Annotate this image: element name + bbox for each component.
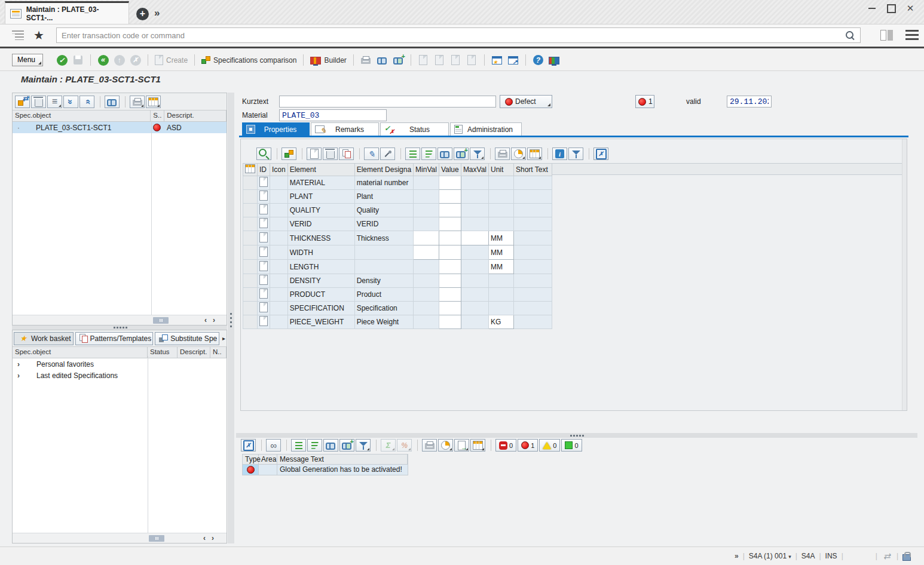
grid-button[interactable] [146,96,161,108]
minimize-button[interactable] [867,3,877,14]
message-column-type[interactable]: Type [243,455,259,464]
cell-value[interactable] [439,231,461,245]
new-session-button[interactable] [489,53,504,67]
row-selector-cell[interactable] [243,288,258,302]
tab-work-basket[interactable]: Work basket [14,332,74,345]
tab-status[interactable]: Status [380,122,449,136]
expand-all-button[interactable] [63,96,78,108]
expand-chevron-icon[interactable]: › [17,360,20,369]
cell-unit[interactable]: MM [489,260,514,274]
scroll-left-arrow[interactable]: ‹ [200,534,209,542]
close-button[interactable]: ✕ [905,3,916,14]
info-button[interactable] [552,148,567,160]
material-input[interactable] [279,109,387,121]
column-header-specobject[interactable]: Spec.object [13,347,148,358]
create-button[interactable]: Create [155,55,188,65]
print-button[interactable] [359,53,374,67]
find-next-button[interactable]: + [454,148,469,160]
views-button[interactable] [438,439,453,452]
enter-button[interactable] [54,53,69,67]
builder-button[interactable]: Builder [310,56,346,65]
message-row[interactable]: Global Generation has to be activated! [242,465,408,475]
tab-substitute-spe[interactable]: Substitute Spe [155,332,219,345]
row-selector-cell[interactable] [243,260,258,274]
row-selector-cell[interactable] [243,204,258,217]
grid-row[interactable]: LENGTHMM [243,260,552,274]
find-button[interactable] [323,439,338,452]
cell-value[interactable] [439,190,461,204]
tab-remarks[interactable]: Remarks [311,122,379,136]
column-header-shorttext[interactable]: Short Text [514,164,552,176]
find-button[interactable] [437,148,452,160]
sort-asc-button[interactable] [405,148,420,160]
filter-button[interactable] [470,148,485,160]
folder-row[interactable]: ›Personal favorites [13,358,227,370]
customize-layout-button[interactable] [547,53,562,67]
column-header-maxval[interactable]: MaxVal [461,164,488,176]
spec-tree-row[interactable]: ·PLATE_03-SCT1-SCT1ASD [13,122,227,133]
row-selector-cell[interactable] [243,190,258,204]
vertical-splitter[interactable] [228,93,234,543]
menu-icon[interactable] [905,30,919,40]
column-divider[interactable] [148,356,148,533]
grid-row[interactable]: THICKNESSThicknessMM [243,231,552,245]
message-column-area[interactable]: Area [259,455,277,464]
stop-counter-button[interactable]: 0 [495,439,516,452]
work-basket-hscrollbar[interactable]: ‹ › [13,533,227,543]
horizontal-splitter[interactable] [12,326,227,330]
column-divider[interactable] [151,121,152,315]
column-header-specobject[interactable]: Spec.object [13,110,151,121]
filter-button[interactable] [356,439,371,452]
tab-properties[interactable]: Properties [242,122,310,136]
sum-button[interactable] [381,439,396,452]
row-selector-cell[interactable] [243,302,258,315]
expand-chevron-icon[interactable]: › [17,371,20,380]
cell-unit[interactable]: KG [489,315,514,329]
data-transfer-icon[interactable] [882,551,892,561]
column-header-element[interactable]: Element [287,164,354,176]
scrollbar-thumb[interactable] [153,317,169,324]
scroll-left-arrow[interactable]: ‹ [201,316,210,324]
defect-dropdown-button[interactable]: Defect [500,95,552,108]
close-x-button[interactable] [593,148,608,160]
copy-button[interactable] [339,148,354,160]
cell-value[interactable] [439,274,461,288]
grid-vscrollbar[interactable] [902,139,907,410]
grid-row[interactable]: WIDTHMM [243,245,552,260]
specifications-comparison-button[interactable]: Specifications comparison [201,56,296,65]
tab-patterns-templates[interactable]: Patterns/Templates [75,332,154,345]
find-button[interactable] [375,53,390,67]
column-header-icon[interactable]: Icon [270,164,288,176]
message-type-cell[interactable] [243,465,259,475]
transaction-code-input[interactable] [56,27,861,43]
create-shortcut-button[interactable] [506,53,521,67]
scroll-right-arrow[interactable]: › [210,316,218,324]
row-selector-cell[interactable] [243,231,258,245]
column-header-descript[interactable]: Descript. [164,110,227,121]
pin-button[interactable] [380,148,395,160]
row-selector-cell[interactable] [243,315,258,329]
search-icon[interactable] [846,31,855,40]
cancel-button[interactable] [128,53,143,67]
column-header-descript[interactable]: Descript. [178,347,210,358]
column-header-value[interactable]: Value [439,164,461,176]
list-button[interactable] [47,96,62,108]
session-tab[interactable]: Maintain : PLATE_03-SCT1-... [5,1,129,24]
column-header-id[interactable]: ID [258,164,270,176]
panel-toggle-icon[interactable] [880,30,894,41]
cell-value[interactable] [439,245,461,260]
cell-value[interactable] [439,217,461,231]
cell-value[interactable] [439,176,461,190]
grid-row[interactable]: SPECIFICATIONSpecification [243,302,552,315]
message-column-messagetext[interactable]: Message Text [277,455,408,464]
grid-row[interactable]: DENSITYDensity [243,274,552,288]
collapse-all-button[interactable] [79,96,94,108]
more-tabs-arrow-icon[interactable]: ▸ [222,335,225,342]
favorites-star-icon[interactable]: ★ [33,28,44,42]
statusbar-overflow-icon[interactable]: » [735,552,739,560]
cell-unit[interactable]: MM [489,231,514,245]
edit-button[interactable] [364,148,379,160]
glasses-button[interactable] [266,439,281,452]
system-session-selector[interactable]: S4A (1) 001▾ [749,552,791,560]
export-button[interactable] [454,439,469,452]
